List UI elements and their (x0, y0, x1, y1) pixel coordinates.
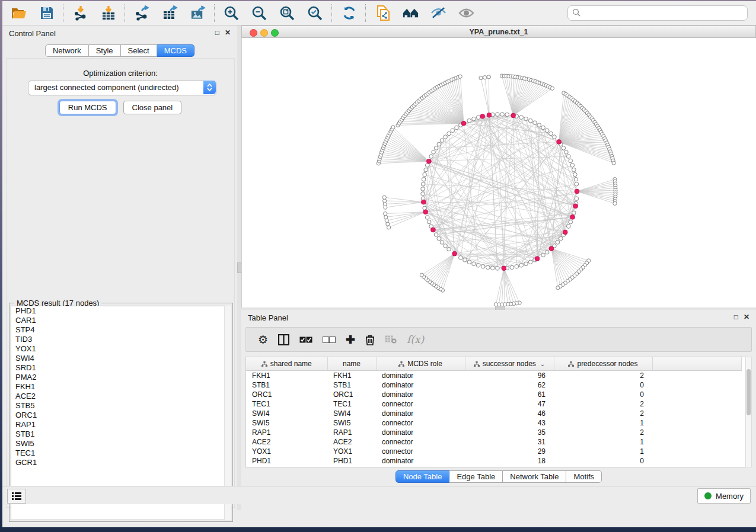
mcds-hub-node[interactable] (502, 266, 506, 271)
deselect-all-rows-icon[interactable] (323, 336, 336, 343)
table-scrollbar-thumb[interactable] (747, 369, 751, 415)
cell-name[interactable]: TEC1 (327, 399, 376, 409)
cell-shared-name[interactable]: ACE2 (246, 437, 327, 447)
import-network-icon[interactable] (72, 5, 88, 21)
mcds-hub-node[interactable] (423, 210, 428, 214)
mcds-hub-node[interactable] (549, 246, 554, 251)
network-node[interactable] (519, 264, 524, 268)
mcds-hub-node[interactable] (426, 159, 431, 164)
mcds-hub-node[interactable] (575, 189, 579, 194)
leaf-node[interactable] (391, 126, 395, 129)
leaf-node[interactable] (550, 86, 554, 90)
cell-predecessor-nodes[interactable]: 1 (554, 447, 652, 456)
mcds-result-item[interactable]: STP4 (11, 325, 231, 335)
mcds-result-item[interactable]: STB1 (11, 430, 231, 439)
network-node[interactable] (444, 135, 448, 139)
cell-successor-nodes[interactable]: 43 (465, 418, 554, 428)
tab-network-table[interactable]: Network Table (503, 470, 566, 483)
zoom-fit-icon[interactable] (279, 5, 295, 21)
mcds-hub-node[interactable] (570, 214, 575, 219)
network-node[interactable] (575, 197, 579, 201)
hide-selected-icon[interactable] (430, 5, 446, 21)
zoom-selected-icon[interactable] (307, 5, 323, 21)
vertical-splitter[interactable] (237, 25, 241, 510)
tab-mcds[interactable]: MCDS (157, 44, 194, 57)
cell-successor-nodes[interactable]: 31 (465, 437, 554, 447)
mcds-result-item[interactable]: CAR1 (11, 316, 231, 325)
leaf-node[interactable] (385, 219, 388, 222)
network-node[interactable] (437, 142, 441, 146)
cell-successor-nodes[interactable]: 62 (465, 380, 554, 390)
cell-predecessor-nodes[interactable]: 1 (554, 437, 652, 447)
cell-name[interactable]: SWI5 (327, 418, 376, 428)
zoom-out-icon[interactable] (251, 5, 267, 21)
float-table-panel-icon[interactable]: □ (734, 313, 738, 321)
network-canvas[interactable] (241, 38, 756, 307)
network-graph[interactable] (242, 38, 756, 307)
cell-predecessor-nodes[interactable]: 2 (554, 409, 652, 418)
node-table[interactable]: shared name name MCDS role successor nod… (246, 357, 742, 466)
network-node[interactable] (486, 265, 490, 270)
network-node[interactable] (447, 247, 451, 251)
network-node[interactable] (549, 132, 553, 136)
cell-predecessor-nodes[interactable]: 0 (554, 380, 652, 390)
network-node[interactable] (562, 146, 566, 150)
sort-descending-icon[interactable]: ⌄ (540, 361, 545, 367)
network-node[interactable] (570, 164, 575, 168)
table-row[interactable]: FKH1FKH1dominator962 (246, 371, 741, 381)
network-node[interactable] (467, 118, 471, 123)
cell-mcds-role[interactable]: connector (376, 447, 465, 456)
mcds-result-item[interactable]: FKH1 (11, 382, 231, 392)
network-node[interactable] (467, 260, 471, 264)
network-node[interactable] (421, 187, 425, 191)
mcds-result-item[interactable]: RAP1 (11, 420, 231, 430)
network-node[interactable] (572, 211, 576, 215)
search-input[interactable] (567, 5, 748, 21)
cell-name[interactable]: ORC1 (327, 390, 376, 399)
network-node[interactable] (440, 139, 444, 143)
cell-name[interactable]: PHD1 (327, 456, 376, 466)
network-window-titlebar[interactable]: YPA_prune.txt_1 (241, 25, 756, 38)
network-node[interactable] (459, 256, 463, 260)
select-all-rows-icon[interactable] (299, 336, 312, 343)
show-all-icon[interactable] (458, 5, 474, 21)
leaf-node[interactable] (556, 286, 560, 290)
tab-node-table[interactable]: Node Table (395, 470, 450, 483)
network-node[interactable] (451, 129, 455, 133)
leaf-node[interactable] (483, 76, 487, 79)
network-node[interactable] (573, 172, 578, 177)
mcds-result-item[interactable]: TEC1 (11, 448, 231, 458)
optimization-criterion-select[interactable]: largest connected component (undirected) (28, 81, 216, 95)
mcds-result-item[interactable]: STB5 (11, 401, 231, 411)
network-node[interactable] (427, 220, 431, 224)
cell-shared-name[interactable]: ORC1 (246, 390, 327, 399)
network-node[interactable] (421, 182, 425, 186)
cell-predecessor-nodes[interactable]: 0 (554, 390, 652, 399)
table-row[interactable]: SWI4SWI4dominator462 (246, 409, 741, 418)
network-node[interactable] (496, 113, 500, 117)
cell-predecessor-nodes[interactable]: 0 (554, 456, 652, 466)
network-node[interactable] (476, 116, 480, 120)
cell-name[interactable]: ACE2 (327, 437, 376, 447)
network-node[interactable] (424, 168, 428, 172)
network-node[interactable] (553, 135, 557, 139)
network-node[interactable] (455, 126, 459, 130)
network-node[interactable] (519, 116, 524, 120)
cell-successor-nodes[interactable]: 47 (465, 399, 554, 409)
table-row[interactable]: TEC1TEC1connector472 (246, 399, 741, 409)
tab-motifs[interactable]: Motifs (566, 470, 602, 483)
cell-name[interactable]: FKH1 (327, 371, 376, 381)
network-node[interactable] (423, 172, 427, 177)
network-node[interactable] (572, 168, 576, 172)
mcds-result-item[interactable]: PHD1 (11, 306, 231, 316)
run-mcds-button[interactable]: Run MCDS (59, 101, 116, 114)
column-header-predecessor-nodes[interactable]: predecessor nodes (554, 357, 652, 371)
import-table-icon[interactable] (100, 5, 116, 21)
network-node[interactable] (510, 265, 514, 270)
table-row[interactable]: STB1STB1dominator620 (246, 380, 741, 390)
network-node[interactable] (559, 236, 563, 241)
network-node[interactable] (564, 150, 569, 155)
network-node[interactable] (425, 164, 429, 168)
network-node[interactable] (421, 192, 425, 196)
cell-mcds-role[interactable]: connector (376, 437, 465, 447)
